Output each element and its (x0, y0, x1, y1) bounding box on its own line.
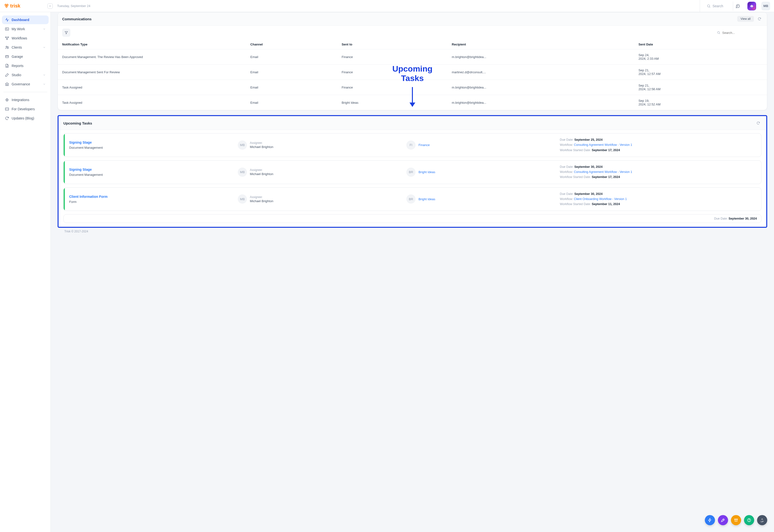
rocket-icon (721, 518, 725, 522)
task-name-link[interactable]: Client Information Form (69, 195, 236, 199)
filter-icon (64, 31, 68, 35)
col-header: Notification Type (58, 40, 246, 49)
filter-button[interactable] (62, 29, 70, 37)
sidebar-item-workflows[interactable]: Workflows (2, 34, 49, 43)
studio-icon (5, 73, 9, 77)
sidebar-item-developers[interactable]: For Developers (2, 105, 49, 113)
client-link[interactable]: Bright Ideas (418, 197, 435, 201)
svg-line-1 (709, 7, 710, 7)
sidebar-item-mywork[interactable]: My Work (2, 25, 49, 33)
cell-date: Sep 21,2024, 12:56 AM (634, 80, 767, 95)
sidebar-item-label: Clients (12, 45, 22, 49)
upcoming-tasks-highlight: Upcoming Tasks Signing Stage Document Ma… (58, 115, 767, 228)
sidebar-item-dashboard[interactable]: Dashboard (2, 15, 49, 24)
table-row[interactable]: Task Assigned Email Finance m.brighton@b… (58, 80, 767, 95)
sidebar-item-label: Studio (12, 73, 21, 77)
chat-icon (735, 4, 740, 8)
view-all-button[interactable]: View all (737, 16, 754, 22)
refresh-button[interactable] (755, 120, 761, 126)
workflow-link[interactable]: Consulting Agreement Workflow - Version … (574, 170, 632, 174)
task-name-link[interactable]: Signing Stage (69, 140, 236, 144)
sidebar-collapse-button[interactable] (47, 3, 53, 9)
sidebar-item-updates[interactable]: Updates (Blog) (2, 114, 49, 123)
sidebar-item-label: Workflows (12, 36, 27, 40)
table-row[interactable]: Document Management. The Review Has Been… (58, 49, 767, 65)
panel-search[interactable] (714, 29, 763, 36)
code-icon (5, 107, 9, 111)
started-label: Workflow Started Date: (560, 175, 592, 179)
sidebar-item-label: Dashboard (12, 18, 29, 22)
fab-row: UP (705, 515, 767, 525)
footer-copyright: Trisk © 2017-2024 (58, 228, 767, 235)
due-date: September 30, 2024 (574, 192, 603, 196)
cell-recipient: m.brighton@brightidea... (447, 95, 634, 110)
workflows-icon (5, 36, 9, 40)
cell-sentto: Finance (337, 80, 447, 95)
svg-point-17 (723, 519, 723, 520)
workflow-link[interactable]: Consulting Agreement Workflow - Version … (574, 143, 632, 147)
panel-search-input[interactable] (722, 31, 760, 35)
refresh-button[interactable] (756, 16, 763, 22)
workflow-link[interactable]: Client Onboarding Workflow - Version 1 (574, 197, 627, 201)
task-card[interactable]: Signing Stage Document Management MB Ass… (63, 160, 761, 184)
sidebar-item-governance[interactable]: Governance (2, 80, 49, 89)
col-header: Sent Date (634, 40, 767, 49)
col-header: Recipient (447, 40, 634, 49)
fab-quick-action[interactable] (705, 515, 715, 525)
help-icon (747, 518, 751, 522)
task-type: Document Management (69, 173, 236, 177)
sidebar-item-garage[interactable]: Garage (2, 52, 49, 61)
cell-type: Task Assigned (58, 80, 246, 95)
cell-recipient: m.brighton@brightidea... (447, 80, 634, 95)
due-label: Due Date: (560, 192, 574, 196)
messages-button[interactable] (733, 1, 742, 11)
cell-type: Document Management. The Review Has Been… (58, 49, 246, 65)
client-avatar: FI (406, 140, 416, 150)
cell-type: Document Management Sent For Review (58, 65, 246, 80)
fab-launch[interactable] (718, 515, 728, 525)
global-search[interactable]: Search (700, 0, 730, 12)
fab-help[interactable] (744, 515, 754, 525)
sidebar-item-studio[interactable]: Studio (2, 71, 49, 79)
clients-icon (5, 45, 9, 50)
assignee-name: Michael Brighton (250, 199, 273, 203)
task-card[interactable]: Client Information Form Form MB Assignee… (63, 187, 761, 211)
svg-point-9 (7, 39, 7, 40)
fab-archive[interactable] (731, 515, 741, 525)
user-avatar[interactable]: MB (761, 2, 770, 10)
sidebar-item-integrations[interactable]: Integrations (2, 96, 49, 104)
table-row[interactable]: Task Assigned Email Bright Ideas m.brigh… (58, 95, 767, 110)
table-row[interactable]: Document Management Sent For Review Emai… (58, 65, 767, 80)
lightning-icon (708, 518, 712, 522)
svg-point-11 (7, 47, 8, 48)
svg-line-16 (719, 33, 720, 34)
due-date: September 25, 2024 (574, 138, 603, 141)
refresh-icon (756, 121, 760, 125)
started-date: September 11, 2024 (592, 202, 620, 206)
sidebar-item-clients[interactable]: Clients (2, 43, 49, 52)
ai-assistant-button[interactable] (748, 2, 756, 10)
integrations-icon (5, 98, 9, 102)
fab-scroll-up[interactable]: UP (757, 515, 767, 525)
due-label: Due Date: (560, 165, 574, 169)
cell-recipient: martinez.d@drconsult.... (447, 65, 634, 80)
cell-date: Sep 19,2024, 12:52 AM (634, 95, 767, 110)
assignee-label: Assignee: (250, 168, 273, 172)
assignee-avatar: MB (238, 168, 247, 177)
started-label: Workflow Started Date: (560, 148, 592, 152)
client-link[interactable]: Finance (418, 143, 430, 147)
svg-point-8 (8, 37, 9, 37)
logo[interactable]: trisk (4, 3, 20, 9)
refresh-icon (758, 17, 761, 21)
cell-channel: Email (246, 95, 337, 110)
task-card[interactable]: Signing Stage Document Management MB Ass… (63, 133, 761, 157)
current-date: Tuesday, September 24 (57, 4, 90, 8)
assignee-label: Assignee: (250, 195, 273, 199)
sidebar-item-label: Integrations (12, 98, 29, 102)
chevron-down-icon (43, 74, 46, 76)
sidebar-item-reports[interactable]: Reports (2, 61, 49, 70)
task-name-link[interactable]: Signing Stage (69, 168, 236, 171)
sidebar-item-label: My Work (12, 27, 25, 31)
sidebar-item-label: For Developers (12, 107, 35, 111)
client-link[interactable]: Bright Ideas (418, 170, 435, 174)
